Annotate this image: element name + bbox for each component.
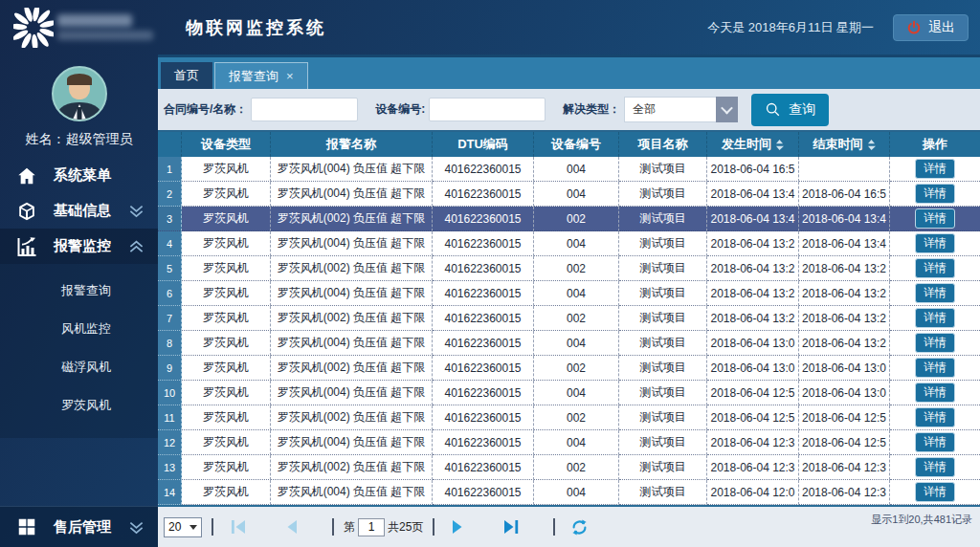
- detail-button[interactable]: 详情: [915, 258, 955, 277]
- detail-button[interactable]: 详情: [915, 208, 955, 228]
- table-row[interactable]: 5罗茨风机罗茨风机(002) 负压值 超下限401622360015002测试项…: [158, 256, 980, 281]
- table-row[interactable]: 11罗茨风机罗茨风机(002) 负压值 超下限401622360015002测试…: [158, 405, 980, 430]
- table-row[interactable]: 12罗茨风机罗茨风机(004) 负压值 超下限401622360015004测试…: [158, 430, 980, 455]
- detail-button[interactable]: 详情: [915, 333, 955, 352]
- detail-button[interactable]: 详情: [915, 432, 955, 451]
- table-row[interactable]: 9罗茨风机罗茨风机(002) 负压值 超下限401622360015002测试项…: [158, 356, 980, 381]
- cell-action: 详情: [890, 356, 980, 381]
- page-size-select[interactable]: 20: [164, 517, 202, 537]
- detail-button[interactable]: 详情: [915, 383, 955, 402]
- cell-devno: 004: [534, 182, 619, 207]
- sidebar-subitem[interactable]: 风机监控: [0, 310, 158, 348]
- cell-type: 罗茨风机: [182, 430, 271, 455]
- cell-type: 罗茨风机: [182, 331, 271, 356]
- table-row[interactable]: 1罗茨风机罗茨风机(004) 负压值 超下限401622360015004测试项…: [158, 157, 980, 182]
- cell-project: 测试项目: [619, 455, 707, 480]
- contract-input[interactable]: [251, 98, 358, 121]
- sidebar-menu: 系统菜单基础信息报警监控报警查询风机监控磁浮风机罗茨风机: [0, 158, 158, 438]
- prev-page-icon: [284, 519, 300, 535]
- detail-button[interactable]: 详情: [915, 233, 955, 252]
- cell-start: 2018-06-04 13:2: [707, 306, 799, 331]
- cell-alarm: 罗茨风机(004) 负压值 超下限: [271, 231, 433, 256]
- sidebar-item-alarm-monitor[interactable]: 报警监控: [0, 229, 158, 264]
- detail-button[interactable]: 详情: [915, 308, 955, 327]
- header-start[interactable]: 发生时间: [707, 132, 799, 157]
- cell-start: 2018-06-04 13:4: [707, 182, 799, 207]
- detail-button[interactable]: 详情: [915, 358, 955, 377]
- query-button[interactable]: 查询: [751, 94, 829, 126]
- sidebar-subitem[interactable]: 罗茨风机: [0, 386, 158, 425]
- tab-inactive[interactable]: 首页: [161, 62, 212, 89]
- cell-dtu: 401622360015: [433, 356, 534, 381]
- page-number-input[interactable]: [358, 518, 385, 536]
- cell-dtu: 401622360015: [433, 381, 534, 405]
- dropdown-arrow-icon[interactable]: [716, 97, 738, 122]
- cell-type: 罗茨风机: [182, 281, 271, 306]
- cell-action: 详情: [890, 207, 980, 231]
- sidebar-item-basic-info[interactable]: 基础信息: [0, 193, 158, 229]
- main-content: 首页报警查询× 合同编号/名称： 设备编号: 解决类型： 全部 查询 设备类型报…: [158, 55, 980, 547]
- query-button-label: 查询: [789, 101, 815, 119]
- table-row[interactable]: 6罗茨风机罗茨风机(004) 负压值 超下限401622360015004测试项…: [158, 281, 980, 306]
- header-project: 项目名称: [619, 132, 707, 157]
- sort-icon[interactable]: [867, 139, 876, 151]
- last-page-button[interactable]: [496, 517, 526, 536]
- cell-type: 罗茨风机: [182, 231, 271, 256]
- cell-row-number: 13: [158, 455, 182, 480]
- detail-button[interactable]: 详情: [915, 457, 955, 476]
- page-size-value: 20: [168, 520, 181, 534]
- header-end[interactable]: 结束时间: [799, 132, 890, 157]
- cell-start: 2018-06-04 16:5: [707, 157, 799, 182]
- table-row[interactable]: 10罗茨风机罗茨风机(004) 负压值 超下限401622360015004测试…: [158, 381, 980, 405]
- cell-dtu: 401622360015: [433, 480, 534, 505]
- cell-alarm: 罗茨风机(002) 负压值 超下限: [271, 356, 433, 381]
- detail-button[interactable]: 详情: [915, 184, 955, 203]
- search-icon: [765, 101, 781, 118]
- sidebar-item-label: 系统菜单: [54, 166, 111, 185]
- sidebar-item-system-menu[interactable]: 系统菜单: [0, 158, 158, 193]
- header-type: 设备类型: [182, 132, 271, 157]
- table-row[interactable]: 4罗茨风机罗茨风机(004) 负压值 超下限401622360015004测试项…: [158, 231, 980, 256]
- table-row[interactable]: 2罗茨风机罗茨风机(004) 负压值 超下限401622360015004测试项…: [158, 182, 980, 207]
- table-row[interactable]: 14罗茨风机罗茨风机(004) 负压值 超下限401622360015004测试…: [158, 480, 980, 505]
- next-page-button[interactable]: [444, 517, 471, 536]
- sidebar-item-after-sales[interactable]: 售后管理: [0, 507, 158, 547]
- cell-dtu: 401622360015: [433, 231, 534, 256]
- cell-action: 详情: [890, 430, 980, 455]
- total-pages-label: 共25页: [388, 519, 423, 536]
- table-row[interactable]: 3罗茨风机罗茨风机(002) 负压值 超下限401622360015002测试项…: [158, 207, 980, 231]
- refresh-button[interactable]: [565, 516, 594, 538]
- cell-action: 详情: [890, 480, 980, 505]
- header-dtu: DTU编码: [433, 132, 534, 157]
- cell-devno: 002: [534, 405, 619, 430]
- first-page-button[interactable]: [223, 517, 254, 536]
- detail-button[interactable]: 详情: [915, 407, 955, 427]
- cell-devno: 004: [534, 381, 619, 405]
- solve-type-select[interactable]: 全部: [624, 97, 738, 122]
- detail-button[interactable]: 详情: [915, 159, 955, 178]
- sidebar: 姓名：超级管理员 系统菜单基础信息报警监控报警查询风机监控磁浮风机罗茨风机 售后…: [0, 55, 158, 547]
- cell-alarm: 罗茨风机(004) 负压值 超下限: [271, 430, 433, 455]
- cell-start: 2018-06-04 12:3: [707, 455, 799, 480]
- sidebar-subitem[interactable]: 磁浮风机: [0, 348, 158, 386]
- header-devno: 设备编号: [534, 132, 619, 157]
- logout-button[interactable]: 退出: [893, 14, 969, 41]
- sidebar-subitem[interactable]: 报警查询: [0, 272, 158, 310]
- cell-devno: 004: [534, 281, 619, 306]
- column-label: 设备类型: [201, 136, 251, 153]
- device-no-input[interactable]: [429, 98, 546, 121]
- table-row[interactable]: 8罗茨风机罗茨风机(004) 负压值 超下限401622360015004测试项…: [158, 331, 980, 356]
- cell-project: 测试项目: [619, 182, 707, 207]
- tab-active[interactable]: 报警查询×: [214, 62, 308, 89]
- prev-page-button[interactable]: [278, 517, 305, 536]
- table-row[interactable]: 7罗茨风机罗茨风机(002) 负压值 超下限401622360015002测试项…: [158, 306, 980, 331]
- detail-button[interactable]: 详情: [915, 482, 955, 501]
- cell-action: 详情: [890, 231, 980, 256]
- detail-button[interactable]: 详情: [915, 283, 955, 302]
- tab-close-icon[interactable]: ×: [286, 70, 294, 82]
- home-icon: [15, 164, 38, 187]
- company-name-redacted: [57, 14, 153, 40]
- table-row[interactable]: 13罗茨风机罗茨风机(002) 负压值 超下限401622360015002测试…: [158, 455, 980, 480]
- sort-icon[interactable]: [775, 139, 784, 151]
- cell-end: 2018-06-04 12:5: [799, 405, 890, 430]
